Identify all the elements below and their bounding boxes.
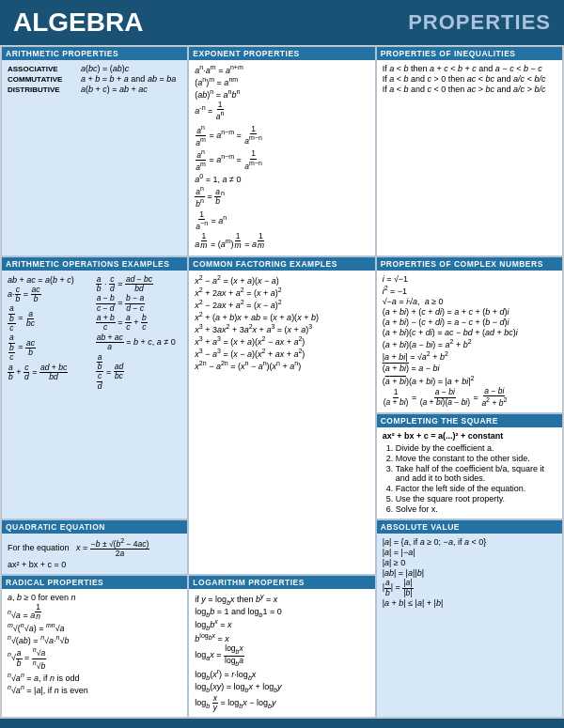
completing-step-1: Divide by the coefficient a.	[396, 443, 556, 453]
exp-3: (ab)n = anbn	[195, 88, 368, 100]
header-subtitle: PROPERTIES	[408, 10, 551, 35]
header: ALGEBRA PROPERTIES	[0, 0, 564, 45]
exp-9: 1a−n = an	[195, 210, 368, 232]
completing-step-2: Move the constant to the other side.	[396, 454, 556, 463]
associative-formula: a(bc) = (ab)c	[81, 64, 129, 73]
header-title: ALGEBRA	[13, 8, 143, 38]
complex-title: PROPERTIES OF COMPLEX NUMBERS	[377, 257, 562, 271]
exp-4: a-n = 1an	[195, 101, 368, 122]
exp-5: anam = an−m = 1am−n	[195, 124, 368, 147]
commutative-formula: a + b = b + a and ab = ba	[81, 74, 176, 84]
arithmetic-properties-section: ARITHMETIC PROPERTIES ASSOCIATIVE a(bc) …	[1, 46, 188, 256]
completing-step-6: Solve for x.	[396, 504, 556, 514]
completing-formula: ax² + bx + c = a(...)² + constant	[383, 431, 556, 441]
logarithm-title: LOGARITHM PROPERTIES	[189, 576, 374, 589]
factor-2: x2 + 2ax + a2 = (x + a)2	[195, 287, 368, 298]
distributive-label: DISTRIBUTIVE	[8, 85, 73, 94]
factor-4: x2 + (a + b)x + ab = (x + a)(x + b)	[195, 311, 368, 322]
factor-8: x2n − a2n = (xn − an)(xn + an)	[195, 360, 368, 371]
complex-section: PROPERTIES OF COMPLEX NUMBERS i = √−1 i2…	[376, 256, 563, 414]
commutative-row: COMMUTATIVE a + b = b + a and ab = ba	[8, 74, 181, 84]
exp-2: (an)m = anm	[195, 76, 368, 87]
distributive-row: DISTRIBUTIVE a(b + c) = ab + ac	[8, 85, 181, 94]
quadratic-section: QUADRATIC EQUATION For the equation x = …	[1, 519, 188, 575]
quadratic-eq: ax² + bx + c = 0	[8, 560, 181, 569]
absolute-title: ABSOLUTE VALUE	[377, 520, 562, 534]
completing-square-section: COMPLETING THE SQUARE ax² + bx + c = a(.…	[376, 413, 563, 519]
ineq-1: If a < b then a + c < b + c and a − c < …	[383, 64, 556, 73]
arith-ops-grid: ab + ac = a(b + c) a·cb = acb abc = abc …	[8, 274, 181, 392]
quadratic-desc: For the equation x = −b ± √(b2 − 4ac) 2a	[8, 537, 181, 559]
arith-ops-title: ARITHMETIC OPERATIONS EXAMPLES	[2, 257, 187, 271]
arith-ops-col1: ab + ac = a(b + c) a·cb = acb abc = abc …	[8, 274, 94, 392]
associative-label: ASSOCIATIVE	[8, 65, 73, 73]
footer: EEWeb.com Electrical Engineering Communi…	[0, 719, 564, 728]
logarithm-section: LOGARITHM PROPERTIES if y = logbx then b…	[188, 575, 375, 718]
inequalities-section: PROPERTIES OF INEQUALITIES If a < b then…	[376, 46, 563, 256]
radical-title: RADICAL PROPERTIES	[2, 576, 187, 589]
arithmetic-ops-section: ARITHMETIC OPERATIONS EXAMPLES ab + ac =…	[1, 256, 188, 520]
factor-3: x2 − 2ax + a2 = (x − a)2	[195, 299, 368, 310]
exp-1: an·am = an+m	[195, 64, 368, 75]
ineq-2: If a < b and c > 0 then ac < bc and a/c …	[383, 74, 556, 84]
completing-title: COMPLETING THE SQUARE	[377, 414, 562, 427]
absolute-value-section: ABSOLUTE VALUE |a| = {a, if a ≥ 0; −a, i…	[376, 519, 563, 718]
quadratic-title: QUADRATIC EQUATION	[2, 520, 187, 534]
factoring-title: COMMON FACTORING EXAMPLES	[189, 257, 374, 271]
exp-8: anbn = abn	[195, 185, 368, 209]
ineq-3: If a < b and c < 0 then ac > bc and a/c …	[383, 85, 556, 94]
exp-7: a0 = 1, a ≠ 0	[195, 173, 368, 184]
factoring-section: COMMON FACTORING EXAMPLES x2 − a2 = (x +…	[188, 256, 375, 575]
factor-7: x3 − a3 = (x − a)(x2 + ax + a2)	[195, 348, 368, 359]
completing-steps: Divide by the coefficient a. Move the co…	[383, 443, 556, 514]
arith-ops-col2: ab · cd = ad − bcbd a − bc − d = b − ad …	[96, 274, 182, 392]
exponent-properties-section: EXPONENT PROPERTIES an·am = an+m (an)m =…	[188, 46, 375, 256]
factor-6: x3 + a3 = (x + a)(x2 − ax + a2)	[195, 335, 368, 347]
exp-6: anam = an−m = 1am−n	[195, 148, 368, 172]
completing-step-3: Take half of the coefficient b/a, square…	[396, 464, 556, 483]
exp-10: a1m = (am)1m = a1m	[195, 232, 368, 251]
associative-row: ASSOCIATIVE a(bc) = (ab)c	[8, 64, 181, 73]
factor-1: x2 − a2 = (x + a)(x − a)	[195, 274, 368, 286]
completing-step-5: Use the square root property.	[396, 494, 556, 503]
factor-5: x3 + 3ax2 + 3a2x + a3 = (x + a)3	[195, 323, 368, 334]
exponent-properties-title: EXPONENT PROPERTIES	[189, 47, 374, 60]
commutative-label: COMMUTATIVE	[8, 75, 73, 84]
arithmetic-properties-title: ARITHMETIC PROPERTIES	[2, 47, 187, 60]
distributive-formula: a(b + c) = ab + ac	[81, 85, 148, 94]
completing-step-4: Factor the left side of the equation.	[396, 484, 556, 493]
inequalities-title: PROPERTIES OF INEQUALITIES	[377, 47, 562, 60]
radical-section: RADICAL PROPERTIES a, b ≥ 0 for even n n…	[1, 575, 188, 718]
